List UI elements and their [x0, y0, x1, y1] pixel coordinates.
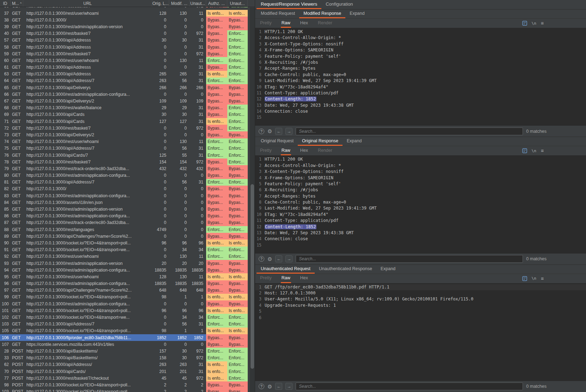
column-header-method[interactable]: M...^ [11, 0, 23, 7]
original-response-raw-editor[interactable]: 1HTTP/1.1 200 OK2Access-Control-Allow-Or… [255, 155, 586, 253]
wrap-lines-icon[interactable] [522, 148, 527, 153]
view-render-button[interactable]: Render [317, 146, 333, 155]
search-input[interactable] [296, 127, 523, 135]
table-row[interactable]: 92GEThttp://127.0.0.1:3000/rest/user/who… [0, 253, 255, 260]
column-header-id[interactable]: ID [0, 0, 11, 7]
table-row[interactable]: 98POSThttp://127.0.0.1:3000/socket.io/?E… [0, 381, 255, 388]
previous-match-button[interactable]: ← [275, 128, 282, 135]
table-row[interactable]: 97GEThttp://127.0.0.1:3000/api/Challenge… [0, 287, 255, 294]
show-newlines-icon[interactable]: \n [532, 149, 536, 153]
table-scrollbar[interactable] [250, 7, 255, 392]
editor-menu-icon[interactable]: ≡ [541, 21, 544, 26]
tab-unauthenticated-response[interactable]: Unauthenticated Response [315, 265, 376, 274]
table-scrollbar-thumb[interactable] [251, 184, 254, 369]
table-row[interactable]: 64GEThttp://127.0.0.1:3000/api/Addresss/… [0, 77, 255, 84]
wrap-lines-icon[interactable] [522, 276, 527, 281]
view-render-button[interactable]: Render [317, 19, 333, 28]
table-row[interactable]: 36GEThttp://127.0.0.1:3000/rest/basket/7… [0, 7, 255, 10]
table-row[interactable]: 87GEThttp://127.0.0.1:3000/rest/track-or… [0, 219, 255, 226]
table-row[interactable]: 83GEThttp://127.0.0.1:3000/rest/admin/ap… [0, 192, 255, 199]
table-row[interactable]: 73GEThttp://127.0.0.1:3000/api/Deliverys… [0, 131, 255, 138]
next-match-button[interactable]: → [285, 383, 292, 390]
column-header-url[interactable]: URL [23, 0, 152, 7]
view-raw-button[interactable]: Raw [281, 274, 291, 283]
table-row[interactable]: 84GEThttp://127.0.0.1:3000/assets/i18n/e… [0, 199, 255, 206]
search-input[interactable] [296, 382, 523, 390]
table-row[interactable]: 91GEThttp://127.0.0.1:3000/socket.io/?EI… [0, 247, 255, 253]
view-raw-button[interactable]: Raw [281, 146, 291, 155]
modified-response-raw-editor[interactable]: 1HTTP/1.1 200 OK2Access-Control-Allow-Or… [255, 28, 586, 125]
table-row[interactable]: 82GEThttp://127.0.0.1:3000/000Bypas...By… [0, 186, 255, 192]
editor-menu-icon[interactable]: ≡ [541, 276, 544, 281]
table-row[interactable]: 81GEThttp://127.0.0.1:3000/api/Addresss/… [0, 179, 255, 186]
tab-unauthenticated-request[interactable]: Unauthenticated Request [257, 265, 315, 274]
search-settings-gear-icon[interactable]: ⚙ [267, 384, 272, 389]
table-row[interactable]: 94GEThttp://127.0.0.1:3000/rest/admin/ap… [0, 267, 255, 273]
table-row[interactable]: 67GEThttp://127.0.0.1:3000/api/Deliverys… [0, 98, 255, 104]
table-row[interactable]: 90GEThttp://127.0.0.1:3000/socket.io/?EI… [0, 239, 255, 246]
table-row[interactable]: 68GEThttp://127.0.0.1:3000/rest/wallet/b… [0, 105, 255, 111]
table-row[interactable]: 70POSThttp://127.0.0.1:3000/api/Cards/20… [0, 368, 255, 375]
tab-modified-response[interactable]: Modified Response [299, 10, 345, 18]
table-row[interactable]: 71GEThttp://127.0.0.1:3000/api/Cards1271… [0, 118, 255, 125]
help-icon[interactable]: ? [259, 384, 264, 389]
view-pretty-button[interactable]: Pretty [259, 274, 272, 283]
table-row[interactable]: 61GEThttp://127.0.0.1:3000/api/Addresss0… [0, 64, 255, 71]
previous-match-button[interactable]: ← [275, 383, 282, 390]
table-row[interactable]: 78GEThttp://127.0.0.1:3000/rest/basket/7… [0, 158, 255, 165]
tab-expand[interactable]: Expand [376, 265, 400, 274]
table-row[interactable]: 80GEThttp://127.0.0.1:3000/rest/admin/ap… [0, 172, 255, 179]
table-row[interactable]: 60GEThttp://127.0.0.1:3000/rest/user/who… [0, 57, 255, 64]
table-row[interactable]: 58GEThttp://127.0.0.1:3000/api/Addresss0… [0, 44, 255, 50]
table-row[interactable]: 105GEThttp://127.0.0.1:3000/socket.io/?E… [0, 328, 255, 334]
table-row[interactable]: 101GEThttp://127.0.0.1:3000/socket.io/?E… [0, 307, 255, 314]
table-row[interactable]: 40GEThttp://127.0.0.1:3000/rest/basket/7… [0, 30, 255, 37]
table-row[interactable]: 33POSThttp://127.0.0.1:3000/api/BasketIt… [0, 355, 255, 361]
table-row[interactable]: 28POSThttp://127.0.0.1:3000/api/BasketIt… [0, 348, 255, 354]
view-hex-button[interactable]: Hex [300, 146, 309, 155]
table-row[interactable]: 75GEThttp://127.0.0.1:3000/api/Addresss/… [0, 145, 255, 152]
table-row[interactable]: 38GEThttp://127.0.0.1:3000/000Bypas...By… [0, 17, 255, 23]
next-match-button[interactable]: → [285, 255, 292, 262]
view-pretty-button[interactable]: Pretty [259, 146, 272, 155]
table-row[interactable]: 65GEThttp://127.0.0.1:3000/api/Deliverys… [0, 84, 255, 91]
view-pretty-button[interactable]: Pretty [259, 19, 272, 28]
tab-expand[interactable]: Expand [345, 10, 369, 18]
table-row[interactable]: 77POSThttp://127.0.0.1:3000/rest/basket/… [0, 375, 255, 381]
column-header-unauth-length[interactable]: Unaut... [190, 0, 206, 7]
table-row[interactable]: 88GEThttp://127.0.0.1:3000/rest/language… [0, 226, 255, 233]
column-header-modified-length[interactable]: Modif. ... [169, 0, 190, 7]
table-row[interactable]: 89GEThttp://127.0.0.1:3000/api/Challenge… [0, 233, 255, 239]
column-header-authz-status[interactable]: Authz. ... [206, 0, 227, 7]
show-newlines-icon[interactable]: \n [532, 276, 536, 281]
table-row[interactable]: 66GEThttp://127.0.0.1:3000/rest/admin/ap… [0, 91, 255, 98]
tab-original-request[interactable]: Original Request [257, 137, 298, 146]
tab-request-response-viewers[interactable]: Request/Response Viewers [257, 0, 321, 9]
column-header-orig-length[interactable]: Orig. L... [152, 0, 169, 7]
column-header-unauth-status[interactable]: Unaut... [227, 0, 248, 7]
previous-match-button[interactable]: ← [275, 255, 282, 262]
show-newlines-icon[interactable]: \n [532, 21, 536, 26]
table-row[interactable]: 102GEThttp://127.0.0.1:3000/socket.io/?E… [0, 314, 255, 321]
table-row[interactable]: 96GEThttp://127.0.0.1:3000/rest/admin/ap… [0, 280, 255, 287]
table-row[interactable]: 103GEThttp://127.0.0.1:3000/api/Addresss… [0, 321, 255, 328]
table-row[interactable]: 106GEThttp://127.0.0.1:3000/ftp/order_ec… [0, 334, 255, 341]
help-icon[interactable]: ? [259, 129, 264, 134]
table-row[interactable]: 85GEThttp://127.0.0.1:3000/rest/admin/ap… [0, 206, 255, 212]
table-row[interactable]: 72GEThttp://127.0.0.1:3000/rest/basket/7… [0, 125, 255, 131]
search-settings-gear-icon[interactable]: ⚙ [267, 256, 272, 262]
table-row[interactable]: 79GEThttp://127.0.0.1:3000/rest/track-or… [0, 165, 255, 172]
tab-expand[interactable]: Expand [343, 137, 366, 146]
help-icon[interactable]: ? [259, 256, 264, 262]
table-row[interactable]: 63GEThttp://127.0.0.1:3000/api/Addresss2… [0, 71, 255, 77]
table-row[interactable]: 107GEThttps://contile.services.mozilla.c… [0, 341, 255, 348]
search-settings-gear-icon[interactable]: ⚙ [267, 129, 272, 134]
view-hex-button[interactable]: Hex [300, 274, 309, 283]
search-input[interactable] [296, 255, 523, 263]
table-row[interactable]: 74GEThttp://127.0.0.1:3000/rest/user/who… [0, 138, 255, 145]
tab-modified-request[interactable]: Modified Request [257, 10, 299, 18]
editor-menu-icon[interactable]: ≡ [541, 148, 544, 153]
table-row[interactable]: 95GEThttp://127.0.0.1:3000/rest/user/who… [0, 273, 255, 280]
table-row[interactable]: 76GEThttp://127.0.0.1:3000/api/Cards/712… [0, 152, 255, 158]
table-row[interactable]: 100GEThttp://127.0.0.1:3000/rest/admin/a… [0, 300, 255, 307]
